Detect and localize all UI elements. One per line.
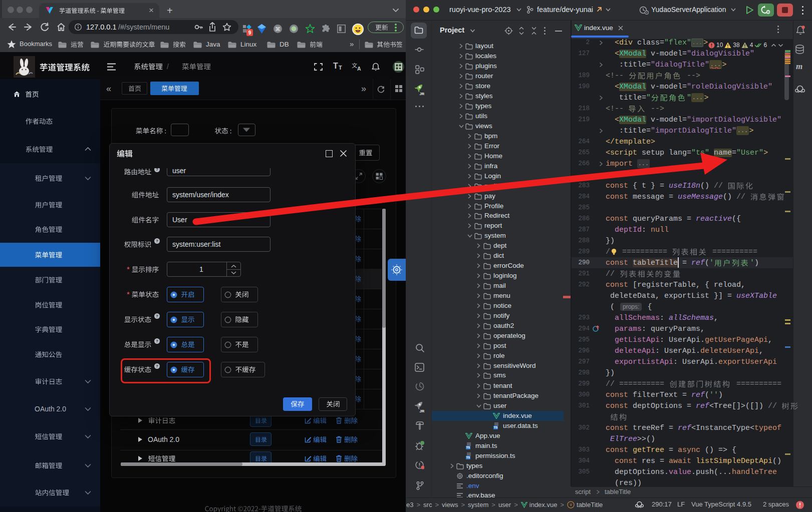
svg-text:TS: TS: [466, 446, 470, 449]
svg-text:JR: JR: [420, 92, 425, 96]
svg-text:⌘: ⌘: [275, 26, 281, 32]
svg-text:?: ?: [156, 168, 158, 172]
svg-text:v: v: [570, 502, 572, 507]
svg-text:TS: TS: [466, 456, 470, 459]
svg-text:?: ?: [156, 339, 158, 343]
svg-text:?: ?: [156, 239, 158, 243]
svg-text:9: 9: [248, 30, 251, 36]
svg-text:TS: TS: [494, 426, 498, 429]
svg-text:?: ?: [156, 314, 158, 318]
svg-text:JR: JR: [420, 409, 425, 413]
